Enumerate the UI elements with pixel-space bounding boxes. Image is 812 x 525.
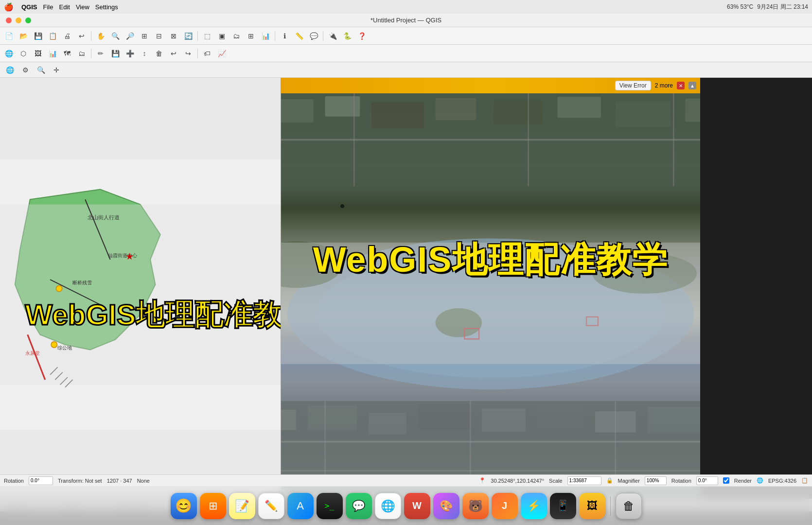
dock-chrome[interactable]: 🌐 <box>375 493 401 519</box>
rotation-map-label: Rotation <box>671 478 691 484</box>
dock-bear[interactable]: 🐻 <box>462 493 489 519</box>
add-wms-button[interactable]: 🗺 <box>60 47 74 60</box>
dock-surge[interactable]: ⚡ <box>521 493 547 519</box>
menu-edit[interactable]: Edit <box>59 3 70 11</box>
coordinates-display: 30.25248°,120.14247° <box>491 478 544 484</box>
menubar-datetime: 9月24日 周二 23:14 <box>757 3 808 11</box>
redo-edit-button[interactable]: ↪ <box>181 47 195 60</box>
delete-feature-button[interactable]: 🗑 <box>152 47 166 60</box>
dock-terminal[interactable]: >_ <box>317 493 343 519</box>
maximize-button[interactable] <box>25 18 31 23</box>
dock-wechat[interactable]: 💬 <box>346 493 372 519</box>
deselect-button[interactable]: 🗂 <box>229 29 243 43</box>
zoom-extent-button[interactable]: ⊞ <box>138 29 151 43</box>
lock-icon: 🔒 <box>606 477 613 484</box>
zoom-out-button[interactable]: 🔎 <box>123 29 137 43</box>
window-title: *Untitled Project — QGIS <box>371 17 441 24</box>
annotation-button[interactable]: 💬 <box>307 29 320 43</box>
dock-separator <box>610 496 611 516</box>
zoom-selection-button[interactable]: ⊠ <box>167 29 180 43</box>
move-feature-button[interactable]: ↕ <box>138 47 151 60</box>
dock-trash[interactable]: 🗑 <box>616 493 642 519</box>
dock-wps[interactable]: W <box>404 493 430 519</box>
add-vector-button[interactable]: ⬡ <box>17 47 30 60</box>
identify-button[interactable]: ℹ <box>278 29 291 43</box>
minimize-button[interactable] <box>16 18 21 23</box>
crs-button[interactable]: 🌐 <box>3 63 17 77</box>
add-wfs-button[interactable]: 🗂 <box>75 47 88 60</box>
dock-finder[interactable]: 😊 <box>171 493 197 519</box>
render-checkbox[interactable] <box>723 477 729 484</box>
more-badge: 2 more <box>655 82 673 89</box>
dock-appstore[interactable]: A <box>287 493 314 519</box>
geo-coords-info: 1207 · 347 <box>107 478 132 484</box>
python-button[interactable]: 🐍 <box>340 29 354 43</box>
filter-button[interactable]: ⊞ <box>244 29 258 43</box>
dock-pastel[interactable]: 🎨 <box>433 493 459 519</box>
help-button[interactable]: ❓ <box>355 29 369 43</box>
save-edits-button[interactable]: 💾 <box>108 47 122 60</box>
pan-button[interactable]: ✋ <box>94 29 107 43</box>
refresh-button[interactable]: 🔄 <box>181 29 195 43</box>
crosshair-button[interactable]: ✛ <box>50 63 63 77</box>
select-all-button[interactable]: ▣ <box>215 29 229 43</box>
coord-label: 📍 <box>479 477 486 484</box>
dock-jetbrains[interactable]: J <box>492 493 518 519</box>
geo-rotation-input[interactable] <box>29 476 53 485</box>
edit-mode-button[interactable]: ✏ <box>94 47 107 60</box>
expand-overlay-button[interactable]: ▲ <box>688 82 696 89</box>
dock-launchpad[interactable]: ⊞ <box>200 493 226 519</box>
zoom-layer-button[interactable]: ⊟ <box>152 29 166 43</box>
add-feature-button[interactable]: ➕ <box>123 47 137 60</box>
menu-settings[interactable]: Settings <box>95 3 118 11</box>
search-button[interactable]: 🔍 <box>34 63 48 77</box>
menubar-right: 63% 53°C 9月24日 周二 23:14 <box>727 3 808 11</box>
measure-button[interactable]: 📏 <box>292 29 306 43</box>
open-project-button[interactable]: 📂 <box>17 29 30 43</box>
geo-none-info: None <box>137 478 150 484</box>
add-delimited-button[interactable]: 📊 <box>46 47 59 60</box>
print-button[interactable]: 🖨 <box>60 29 74 43</box>
add-layer-button[interactable]: 🌐 <box>2 47 16 60</box>
georeferencer-panel: Georeferencer - xihu.png 📍 ✂ ↕ ✋ 🔍 🔎 ⊞ 🔗… <box>0 78 281 511</box>
satellite-map[interactable]: View Error 2 more ✕ ▲ WebGIS地理配准教学 <box>281 78 700 511</box>
plugins-button[interactable]: 🔌 <box>326 29 339 43</box>
svg-rect-10 <box>494 100 543 124</box>
rotation-map-input[interactable] <box>696 476 718 485</box>
add-raster-button[interactable]: 🖼 <box>31 47 45 60</box>
select-features-button[interactable]: ⬚ <box>200 29 214 43</box>
scale-input[interactable] <box>567 476 601 485</box>
stats-button[interactable]: 📊 <box>259 29 272 43</box>
map-statusbar: 📍 30.25248°,120.14247° Scale 🔒 Magnifier… <box>479 476 808 485</box>
label-button[interactable]: 🏷 <box>200 47 214 60</box>
geo-map-svg: 北山街人行道 仙霞街道中心 断桥残雪 综公地 永尿堂 ★ <box>0 78 281 511</box>
undo-edit-button[interactable]: ↩ <box>167 47 180 60</box>
close-overlay-button[interactable]: ✕ <box>677 82 685 89</box>
dock-notes[interactable]: 📝 <box>229 493 255 519</box>
menu-file[interactable]: File <box>43 3 53 11</box>
new-project-button[interactable]: 📄 <box>2 29 16 43</box>
diagram-button[interactable]: 📈 <box>215 47 229 60</box>
view-error-button[interactable]: View Error <box>615 81 651 90</box>
zoom-in-button[interactable]: 🔍 <box>108 29 122 43</box>
app-name[interactable]: QGIS <box>21 3 37 11</box>
geo-map-canvas[interactable]: 北山街人行道 仙霞街道中心 断桥残雪 综公地 永尿堂 ★ <box>0 78 281 511</box>
log-icon: 📋 <box>801 477 808 484</box>
dock-freeform[interactable]: ✏️ <box>258 493 284 519</box>
svg-rect-13 <box>685 99 700 122</box>
magnifier-input[interactable] <box>645 476 667 485</box>
save-as-button[interactable]: 📋 <box>46 29 59 43</box>
undo-button[interactable]: ↩ <box>75 29 88 43</box>
dock-iphone[interactable]: 📱 <box>550 493 576 519</box>
svg-rect-11 <box>557 97 601 118</box>
save-project-button[interactable]: 💾 <box>31 29 45 43</box>
settings2-button[interactable]: ⚙ <box>18 63 32 77</box>
dock-preview[interactable]: 🖼 <box>579 493 605 519</box>
svg-rect-28 <box>482 409 526 432</box>
separator-5 <box>91 49 91 58</box>
close-button[interactable] <box>6 18 12 23</box>
menu-view[interactable]: View <box>76 3 89 11</box>
apple-menu[interactable]: 🍎 <box>4 2 14 12</box>
satellite-header-bar: View Error 2 more ✕ ▲ <box>281 78 700 93</box>
yellow-marker-2 <box>51 342 57 348</box>
